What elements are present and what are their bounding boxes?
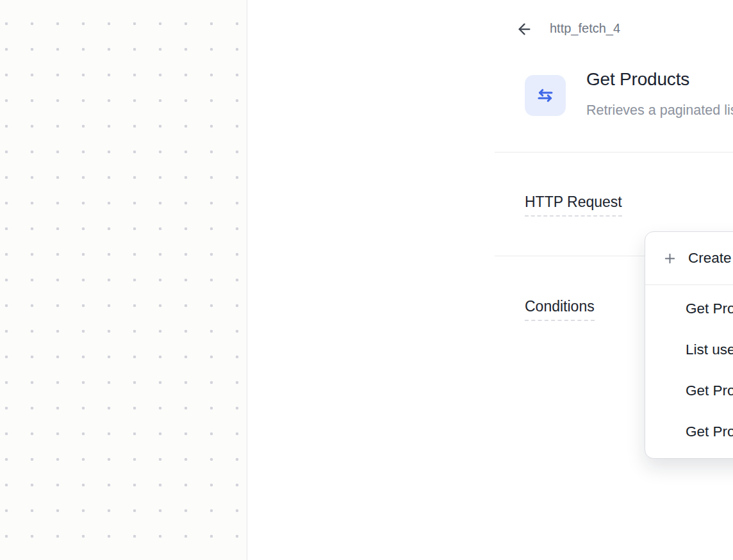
reusable-request-option[interactable]: Get Products Category List GET (645, 411, 733, 452)
node-title: Get Products (586, 69, 689, 90)
arrow-left-icon (516, 21, 533, 38)
reusable-request-menu: Create a reusable request Get Products G… (645, 231, 733, 459)
node-detail-panel: http_fetch_4 Get Products Retrieves a pa… (247, 0, 733, 560)
http-node-icon-chip (525, 75, 566, 116)
conditions-label: Conditions (525, 298, 595, 321)
create-reusable-request-label: Create a reusable request (688, 250, 733, 267)
http-request-label: HTTP Request (525, 194, 622, 217)
back-button[interactable] (514, 19, 534, 39)
reusable-request-option[interactable]: Get Products GET (645, 288, 733, 329)
request-name: Get Products (686, 301, 733, 317)
swap-arrows-icon (534, 85, 556, 106)
create-reusable-request-item[interactable]: Create a reusable request (645, 232, 733, 284)
header-divider (495, 152, 733, 152)
request-name: Get Products Category List (686, 424, 733, 440)
node-description: Retrieves a paginated list of products f… (586, 103, 733, 119)
reusable-request-option[interactable]: Get Products by Category GET (645, 370, 733, 411)
request-name: Get Products by Category (686, 383, 733, 399)
node-id-label: http_fetch_4 (550, 21, 620, 36)
request-name: List user subscriptions (686, 342, 733, 358)
reusable-request-option[interactable]: List user subscriptions GET (645, 329, 733, 370)
plus-icon (663, 251, 677, 266)
workflow-canvas[interactable] (0, 0, 247, 560)
reusable-request-list: Get Products GET List user subscriptions… (645, 285, 733, 452)
